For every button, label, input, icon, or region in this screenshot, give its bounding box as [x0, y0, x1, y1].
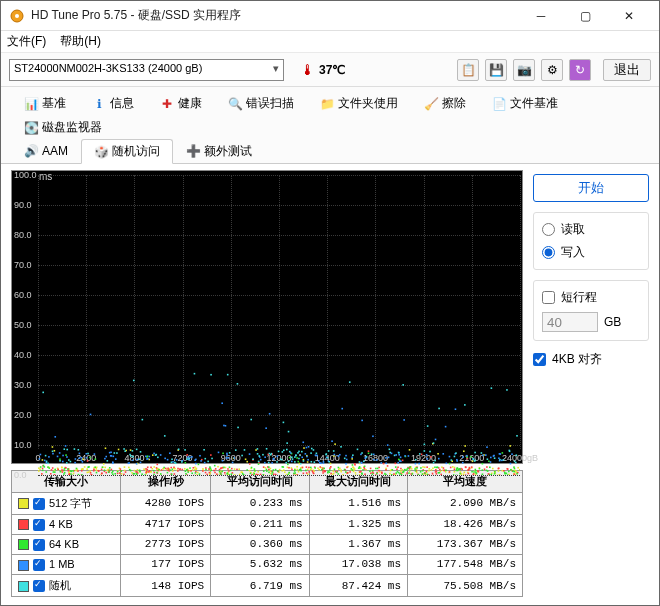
- tab-file-bench[interactable]: 📄文件基准: [479, 91, 571, 115]
- tab-folder-usage[interactable]: 📁文件夹使用: [307, 91, 411, 115]
- table-row: 1 MB177 IOPS5.632 ms17.038 ms177.548 MB/…: [12, 554, 523, 574]
- info-icon: ℹ: [92, 97, 106, 111]
- short-stroke-group: 短行程 GB: [533, 280, 649, 341]
- options-button[interactable]: ⚙: [541, 59, 563, 81]
- minimize-button[interactable]: ─: [519, 2, 563, 30]
- scatter-chart: ms 0.010.020.030.040.050.060.070.080.090…: [11, 170, 523, 464]
- tab-error-scan[interactable]: 🔍错误扫描: [215, 91, 307, 115]
- screenshot-button[interactable]: 📷: [513, 59, 535, 81]
- disk-monitor-icon: 💽: [24, 121, 38, 135]
- tab-extra-tests[interactable]: ➕额外测试: [173, 138, 265, 163]
- table-row: 64 KB2773 IOPS0.360 ms1.367 ms173.367 MB…: [12, 534, 523, 554]
- short-stroke-input: [542, 312, 598, 332]
- short-stroke-check[interactable]: 短行程: [542, 289, 640, 306]
- tab-erase[interactable]: 🧹擦除: [411, 91, 479, 115]
- tabs-row-2: 🔊AAM🎲随机访问➕额外测试: [1, 138, 659, 164]
- tab-info[interactable]: ℹ信息: [79, 91, 147, 115]
- refresh-button[interactable]: ↻: [569, 59, 591, 81]
- folder-usage-icon: 📁: [320, 97, 334, 111]
- close-button[interactable]: ✕: [607, 2, 651, 30]
- health-icon: ✚: [160, 97, 174, 111]
- table-row: 随机148 IOPS6.719 ms87.424 ms75.508 MB/s: [12, 575, 523, 597]
- controls-panel: 开始 读取 写入 短行程 GB 4KB 对齐: [533, 170, 649, 597]
- app-window: HD Tune Pro 5.75 - 硬盘/SSD 实用程序 ─ ▢ ✕ 文件(…: [0, 0, 660, 606]
- tab-aam[interactable]: 🔊AAM: [11, 138, 81, 163]
- short-stroke-value: GB: [542, 312, 640, 332]
- maximize-button[interactable]: ▢: [563, 2, 607, 30]
- tabs-row-1: 📊基准ℹ信息✚健康🔍错误扫描📁文件夹使用🧹擦除📄文件基准💽磁盘监视器: [1, 87, 659, 139]
- thermometer-icon: 🌡: [300, 61, 315, 78]
- results-table: 传输大小操作/秒平均访问时间最大访问时间平均速度 512 字节4280 IOPS…: [11, 470, 523, 597]
- extra-tests-icon: ➕: [186, 144, 200, 158]
- benchmark-icon: 📊: [24, 97, 38, 111]
- tab-random-access[interactable]: 🎲随机访问: [81, 139, 173, 164]
- tab-benchmark[interactable]: 📊基准: [11, 91, 79, 115]
- drive-select[interactable]: ST24000NM002H-3KS133 (24000 gB): [9, 59, 284, 81]
- random-access-icon: 🎲: [94, 145, 108, 159]
- save-button[interactable]: 💾: [485, 59, 507, 81]
- write-radio[interactable]: 写入: [542, 244, 640, 261]
- align-4kb-check[interactable]: 4KB 对齐: [533, 351, 649, 368]
- svg-point-1: [15, 14, 19, 18]
- file-bench-icon: 📄: [492, 97, 506, 111]
- titlebar: HD Tune Pro 5.75 - 硬盘/SSD 实用程序 ─ ▢ ✕: [1, 1, 659, 31]
- toolbar: ST24000NM002H-3KS133 (24000 gB) 🌡 37℃ 📋 …: [1, 53, 659, 87]
- start-button[interactable]: 开始: [533, 174, 649, 202]
- content-area: ms 0.010.020.030.040.050.060.070.080.090…: [1, 164, 659, 605]
- table-row: 4 KB4717 IOPS0.211 ms1.325 ms18.426 MB/s: [12, 514, 523, 534]
- mode-group: 读取 写入: [533, 212, 649, 270]
- error-scan-icon: 🔍: [228, 97, 242, 111]
- app-icon: [9, 8, 25, 24]
- copy-button[interactable]: 📋: [457, 59, 479, 81]
- tab-disk-monitor[interactable]: 💽磁盘监视器: [11, 115, 115, 139]
- menu-file[interactable]: 文件(F): [7, 33, 46, 50]
- menu-help[interactable]: 帮助(H): [60, 33, 101, 50]
- table-row: 512 字节4280 IOPS0.233 ms1.516 ms2.090 MB/…: [12, 492, 523, 514]
- exit-button[interactable]: 退出: [603, 59, 651, 81]
- chart-and-table: ms 0.010.020.030.040.050.060.070.080.090…: [11, 170, 523, 597]
- temperature-display: 🌡 37℃: [300, 61, 345, 78]
- tab-health[interactable]: ✚健康: [147, 91, 215, 115]
- aam-icon: 🔊: [24, 144, 38, 158]
- menubar: 文件(F) 帮助(H): [1, 31, 659, 53]
- window-title: HD Tune Pro 5.75 - 硬盘/SSD 实用程序: [31, 7, 519, 24]
- read-radio[interactable]: 读取: [542, 221, 640, 238]
- erase-icon: 🧹: [424, 97, 438, 111]
